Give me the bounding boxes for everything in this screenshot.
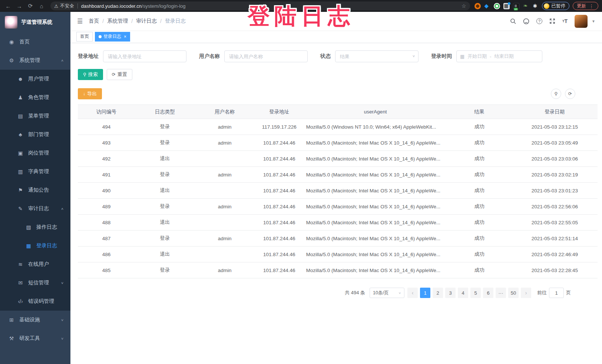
sidebar: 芋道管理系统 ◉首页⚙系统管理∧☻用户管理♟角色管理▤菜单管理♣部门管理▣岗位管…: [0, 12, 70, 364]
tags-view-bar: 首页登录日志×: [70, 30, 602, 43]
sidebar-item-15[interactable]: ⊞基础设施∨: [0, 311, 70, 329]
sidebar-item-8[interactable]: ⚑通知公告: [0, 181, 70, 199]
cell: [195, 151, 254, 167]
hamburger-icon[interactable]: ☰: [77, 17, 83, 25]
status-select[interactable]: [335, 50, 419, 62]
app-logo-row[interactable]: 芋道管理系统: [0, 12, 70, 33]
extension-leaf-icon[interactable]: [523, 3, 529, 9]
breadcrumb-item[interactable]: 首页: [89, 18, 99, 24]
bookmark-star-icon[interactable]: ☆: [462, 3, 466, 9]
github-icon[interactable]: [523, 18, 529, 24]
breadcrumb-separator: /: [131, 18, 133, 24]
page-button-5[interactable]: 5: [470, 288, 481, 298]
page-button-1[interactable]: 1: [420, 288, 430, 298]
browser-menu-icon[interactable]: ⋮: [589, 3, 594, 9]
toggle-search-icon[interactable]: ⚲: [551, 89, 561, 99]
column-header: 访问编号: [78, 105, 135, 119]
extension-grid-icon[interactable]: [503, 3, 510, 9]
date-range-picker[interactable]: ▦ 开始日期 - 结束日期: [456, 50, 542, 62]
login-log-table: 访问编号日志类型用户名称登录地址userAgent结果登录日期 494登录adm…: [78, 105, 598, 278]
browser-reload-icon[interactable]: ⟳: [26, 1, 35, 10]
sidebar-item-4[interactable]: ▤菜单管理: [0, 107, 70, 125]
breadcrumb-item[interactable]: 审计日志: [136, 18, 157, 24]
sidebar-item-1[interactable]: ⚙系统管理∧: [0, 51, 70, 70]
cell: 101.87.244.46: [255, 262, 304, 278]
gear-icon: ⚙: [7, 57, 16, 63]
sidebar-item-3[interactable]: ♟角色管理: [0, 88, 70, 107]
infrastructure-icon: ⊞: [7, 317, 16, 323]
search-icon[interactable]: [510, 18, 516, 24]
profile-paused-badge[interactable]: 已暂停: [542, 2, 570, 10]
sidebar-item-10[interactable]: ▧操作日志: [0, 218, 70, 236]
page-button-3[interactable]: 3: [445, 288, 456, 298]
reset-refresh-icon: ⟳: [112, 72, 116, 77]
sidebar-item-13[interactable]: ✉短信管理∨: [0, 274, 70, 292]
extension-list-on-icon[interactable]: [513, 3, 519, 9]
help-icon[interactable]: ?: [536, 18, 542, 24]
sidebar-item-5[interactable]: ♣部门管理: [0, 125, 70, 144]
close-icon[interactable]: ×: [124, 34, 126, 39]
fullscreen-icon[interactable]: [549, 18, 555, 24]
extensions-tray: 已暂停 更新 ⋮: [474, 2, 599, 10]
avatar-caret-down-icon[interactable]: ▼: [592, 19, 595, 23]
extension-gem-icon[interactable]: [484, 3, 490, 9]
sidebar-item-7[interactable]: ▥字典管理: [0, 162, 70, 181]
browser-update-button[interactable]: 更新 ⋮: [573, 2, 598, 10]
breadcrumb-item[interactable]: 系统管理: [107, 18, 128, 24]
cell: Mozilla/5.0 (Macintosh; Intel Mac OS X 1…: [304, 262, 447, 278]
goto-page-input[interactable]: [549, 288, 564, 298]
sidebar-item-2[interactable]: ☻用户管理: [0, 70, 70, 88]
cell: admin: [195, 167, 254, 183]
page-button-2[interactable]: 2: [433, 288, 443, 298]
tab-首页[interactable]: 首页: [76, 32, 93, 42]
username-input[interactable]: [224, 50, 308, 62]
cell: 101.87.244.46: [255, 183, 304, 199]
page-button-4[interactable]: 4: [458, 288, 468, 298]
cell: 登录: [135, 262, 195, 278]
security-warning[interactable]: ⚠ 不安全: [54, 3, 74, 9]
page-button-6[interactable]: 6: [483, 288, 493, 298]
user-icon: ☻: [16, 76, 24, 82]
cell: 登录: [135, 135, 195, 151]
reset-button[interactable]: ⟳ 重置: [107, 69, 132, 80]
login-address-input[interactable]: [103, 50, 186, 62]
tab-登录日志[interactable]: 登录日志×: [95, 32, 130, 42]
user-avatar[interactable]: [575, 15, 588, 28]
sidebar-item-16[interactable]: ⚒研发工具∨: [0, 329, 70, 348]
url-text: dashboard.yudao.iocoder.cn/system/log/lo…: [81, 3, 186, 9]
cell: 492: [78, 151, 135, 167]
sidebar-item-11[interactable]: ▦登录日志: [0, 236, 70, 255]
table-row: 490退出101.87.244.46Mozilla/5.0 (Macintosh…: [78, 183, 598, 199]
export-button[interactable]: ↓ 导出: [78, 88, 102, 99]
table-row: 486退出101.87.244.46Mozilla/5.0 (Macintosh…: [78, 246, 598, 262]
address-bar[interactable]: ⚠ 不安全 dashboard.yudao.iocoder.cn/system/…: [50, 1, 470, 10]
update-label: 更新: [577, 3, 586, 9]
next-page-icon[interactable]: ›: [521, 288, 531, 298]
username-label: 用户名称: [199, 53, 220, 60]
chevron-up-icon: ∧: [61, 207, 64, 211]
font-size-icon[interactable]: TT: [562, 18, 568, 24]
sidebar-item-9[interactable]: ✎审计日志∧: [0, 199, 70, 218]
page-button-50[interactable]: 50: [508, 288, 519, 298]
browser-back-icon[interactable]: ←: [4, 1, 13, 10]
table-tools: ⚲ ⟳: [551, 89, 575, 99]
cell: 成功: [447, 167, 512, 183]
sidebar-item-6[interactable]: ▣岗位管理: [0, 144, 70, 162]
cell: Mozilla/5.0 (Macintosh; Intel Mac OS X 1…: [304, 183, 447, 199]
prev-page-icon[interactable]: ‹: [407, 288, 418, 298]
sidebar-item-14[interactable]: ‹/›错误码管理: [0, 292, 70, 311]
date-start-placeholder: 开始日期: [467, 53, 487, 60]
browser-forward-icon[interactable]: →: [15, 1, 24, 10]
search-button[interactable]: ⚲ 搜索: [78, 69, 103, 80]
cell: 2021-05-03 22:46:49: [512, 246, 598, 262]
table-row: 487登录admin101.87.244.46Mozilla/5.0 (Maci…: [78, 231, 598, 246]
extensions-pinwheel-icon[interactable]: [532, 3, 539, 9]
extension-orange-icon[interactable]: [474, 3, 481, 9]
sidebar-item-0[interactable]: ◉首页: [0, 33, 70, 51]
breadcrumb: 首页/系统管理/审计日志/登录日志: [89, 18, 186, 24]
extension-green-icon[interactable]: [494, 3, 500, 9]
refresh-table-icon[interactable]: ⟳: [565, 89, 575, 99]
sidebar-item-12[interactable]: ≋在线用户: [0, 255, 70, 274]
browser-home-icon[interactable]: ⌂: [37, 1, 46, 10]
page-size-select[interactable]: 10条/页 ∨: [370, 288, 404, 298]
